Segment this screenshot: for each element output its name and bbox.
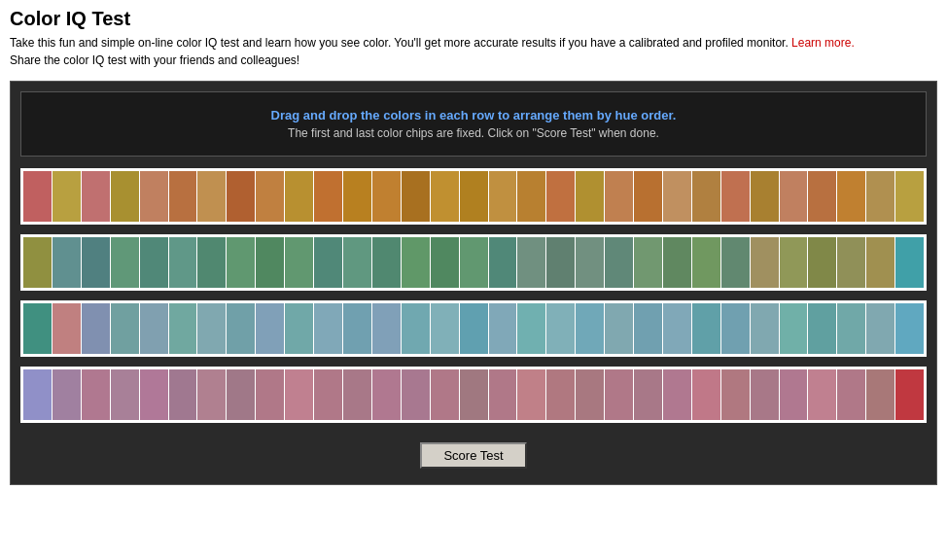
color-chip[interactable] — [808, 171, 836, 222]
color-chip[interactable] — [402, 237, 430, 288]
color-chip[interactable] — [53, 237, 81, 288]
color-chip[interactable] — [517, 237, 545, 288]
color-chip[interactable] — [576, 171, 604, 222]
color-chip[interactable] — [227, 369, 255, 420]
color-chip[interactable] — [140, 303, 168, 354]
color-chip[interactable] — [111, 237, 139, 288]
color-chip[interactable] — [866, 369, 894, 420]
color-chip[interactable] — [721, 303, 750, 354]
color-chip[interactable] — [780, 237, 808, 288]
color-chip[interactable] — [169, 171, 197, 222]
color-chip[interactable] — [489, 369, 517, 420]
color-chip[interactable] — [402, 369, 430, 420]
color-chip[interactable] — [431, 237, 459, 288]
color-chip[interactable] — [402, 171, 430, 222]
color-chip[interactable] — [343, 237, 371, 288]
color-chip[interactable] — [663, 237, 691, 288]
color-chip[interactable] — [460, 171, 488, 222]
color-chip[interactable] — [285, 303, 313, 354]
color-chip[interactable] — [53, 171, 81, 222]
color-chip[interactable] — [111, 171, 139, 222]
color-chip[interactable] — [227, 171, 255, 222]
color-chip[interactable] — [692, 303, 720, 354]
color-chip[interactable] — [692, 171, 720, 222]
color-chip[interactable] — [751, 303, 779, 354]
color-chip[interactable] — [837, 369, 865, 420]
color-chip[interactable] — [256, 303, 284, 354]
color-chip[interactable] — [780, 369, 808, 420]
color-chip[interactable] — [576, 369, 604, 420]
color-chip[interactable] — [372, 369, 401, 420]
color-chip[interactable] — [576, 237, 604, 288]
color-chip[interactable] — [314, 303, 342, 354]
color-chip[interactable] — [460, 369, 488, 420]
color-chip[interactable] — [227, 237, 255, 288]
color-chip[interactable] — [285, 237, 313, 288]
color-chip[interactable] — [460, 303, 488, 354]
color-chip[interactable] — [111, 303, 139, 354]
color-chip[interactable] — [692, 369, 720, 420]
color-chip[interactable] — [82, 303, 110, 354]
color-chip[interactable] — [431, 171, 459, 222]
color-chip[interactable] — [285, 171, 313, 222]
color-chip[interactable] — [837, 237, 865, 288]
color-chip[interactable] — [82, 237, 110, 288]
color-chip[interactable] — [489, 171, 517, 222]
color-chip[interactable] — [837, 171, 865, 222]
color-chip[interactable] — [140, 171, 168, 222]
color-chip[interactable] — [634, 303, 662, 354]
color-chip[interactable] — [751, 171, 779, 222]
color-chip[interactable] — [605, 369, 633, 420]
color-chip[interactable] — [634, 171, 662, 222]
color-chip[interactable] — [197, 171, 226, 222]
color-chip[interactable] — [721, 369, 750, 420]
color-chip[interactable] — [605, 237, 633, 288]
color-chip[interactable] — [314, 369, 342, 420]
color-chip[interactable] — [837, 303, 865, 354]
color-chip[interactable] — [256, 171, 284, 222]
score-test-button[interactable]: Score Test — [420, 442, 526, 469]
color-chip[interactable] — [751, 369, 779, 420]
color-chip[interactable] — [53, 369, 81, 420]
color-chip[interactable] — [605, 171, 633, 222]
color-chip[interactable] — [343, 369, 371, 420]
color-chip[interactable] — [372, 237, 401, 288]
color-chip[interactable] — [721, 237, 750, 288]
color-chip[interactable] — [866, 303, 894, 354]
color-chip[interactable] — [517, 369, 545, 420]
color-chip[interactable] — [808, 369, 836, 420]
color-chip[interactable] — [663, 369, 691, 420]
color-chip[interactable] — [634, 369, 662, 420]
color-chip[interactable] — [227, 303, 255, 354]
color-chip[interactable] — [314, 237, 342, 288]
color-chip[interactable] — [431, 303, 459, 354]
color-chip[interactable] — [285, 369, 313, 420]
color-chip[interactable] — [751, 237, 779, 288]
color-chip[interactable] — [169, 237, 197, 288]
color-chip[interactable] — [576, 303, 604, 354]
color-chip[interactable] — [256, 237, 284, 288]
color-chip[interactable] — [780, 303, 808, 354]
color-chip[interactable] — [663, 303, 691, 354]
learn-more-link[interactable]: Learn more. — [791, 36, 855, 50]
color-chip[interactable] — [431, 369, 459, 420]
color-chip[interactable] — [314, 171, 342, 222]
color-chip[interactable] — [517, 303, 545, 354]
color-chip[interactable] — [197, 303, 226, 354]
color-chip[interactable] — [53, 303, 81, 354]
color-chip[interactable] — [169, 369, 197, 420]
color-chip[interactable] — [197, 369, 226, 420]
color-chip[interactable] — [140, 237, 168, 288]
color-chip[interactable] — [546, 369, 575, 420]
color-chip[interactable] — [517, 171, 545, 222]
color-chip[interactable] — [808, 303, 836, 354]
color-chip[interactable] — [546, 171, 575, 222]
color-chip[interactable] — [402, 303, 430, 354]
color-chip[interactable] — [140, 369, 168, 420]
color-chip[interactable] — [721, 171, 750, 222]
color-chip[interactable] — [489, 237, 517, 288]
color-chip[interactable] — [866, 237, 894, 288]
color-chip[interactable] — [663, 171, 691, 222]
color-chip[interactable] — [692, 237, 720, 288]
color-chip[interactable] — [343, 303, 371, 354]
